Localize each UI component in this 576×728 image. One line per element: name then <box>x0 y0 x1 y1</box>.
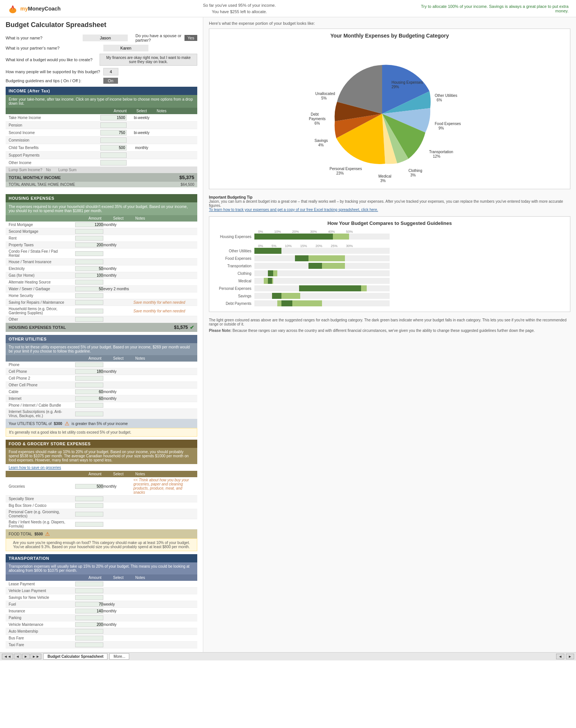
bar-row-clothing: Clothing <box>213 270 566 276</box>
list-item: Other Income <box>6 159 197 167</box>
housing-total-row: HOUSING EXPENSES TOTAL $1,575 ✔ <box>6 323 197 332</box>
house-insurance-input[interactable] <box>75 259 103 264</box>
people-input[interactable] <box>103 68 118 75</box>
bundle-input[interactable] <box>75 403 103 408</box>
list-item: Second Mortgage <box>6 228 197 235</box>
list-item: Other Cell Phone <box>6 382 197 389</box>
water-input[interactable] <box>75 286 103 291</box>
household-items-input[interactable] <box>75 309 103 314</box>
baby-needs-input[interactable] <box>75 522 103 527</box>
repairs-input[interactable] <box>75 300 103 305</box>
spouse-question: Do you have a spouse or partner? <box>135 33 181 42</box>
food-section-header: FOOD & GROCERY STORE EXPENSES <box>6 440 197 448</box>
bar-actual-medical <box>268 278 272 284</box>
internet-input[interactable] <box>75 396 103 401</box>
pie-chart-box: Your Monthly Expenses by Budgeting Categ… <box>209 29 570 189</box>
insurance-input[interactable] <box>75 609 103 613</box>
tip-box: Important Budgeting Tip Jason, you can t… <box>209 195 570 212</box>
cell-phone-input[interactable] <box>75 369 103 374</box>
savings-vehicle-input[interactable] <box>75 595 103 600</box>
taxi-fare-input[interactable] <box>75 642 103 647</box>
guidelines-toggle[interactable]: On <box>103 78 118 84</box>
housing-col-headers: Amount Select Notes <box>6 215 197 222</box>
bar-actual-housing <box>254 234 333 240</box>
bar-row-personal: Personal Expenses <box>213 285 566 291</box>
partner-name-input[interactable] <box>103 45 148 51</box>
second-mortgage-input[interactable] <box>75 229 103 234</box>
other-cell-input[interactable] <box>75 383 103 387</box>
alt-heat-input[interactable] <box>75 280 103 285</box>
list-item: Parking <box>6 615 197 621</box>
tab-more[interactable]: More... <box>109 653 129 660</box>
tab-scroll-left[interactable]: ◄ <box>556 654 564 659</box>
phone-input[interactable] <box>75 362 103 367</box>
vehicle-loan-input[interactable] <box>75 588 103 593</box>
cell-phone2-input[interactable] <box>75 376 103 381</box>
pie-label-food: Food Expenses <box>435 122 461 126</box>
pie-label-housing: Housing Expenses <box>392 80 423 84</box>
spouse-yes-button[interactable]: Yes <box>184 35 197 41</box>
tab-budget-spreadsheet[interactable]: Budget Calculator Spreadsheet <box>43 653 107 660</box>
commission-input[interactable] <box>100 137 127 143</box>
lump-sum-row: Lump Sum Income? No Lump Sum <box>6 167 197 173</box>
pie-label-food-pct: 9% <box>438 126 444 130</box>
guidelines-row: Budgeting guidelines and tips ( On / Off… <box>6 78 197 84</box>
pension-input[interactable] <box>100 122 127 128</box>
bus-fare-input[interactable] <box>75 636 103 641</box>
list-item: Specialty Store <box>6 496 197 502</box>
fuel-input[interactable] <box>75 602 103 607</box>
pie-label-clothing-pct: 3% <box>410 173 416 177</box>
rent-input[interactable] <box>75 236 103 241</box>
subscriptions-input[interactable] <box>75 411 103 416</box>
specialty-store-input[interactable] <box>75 496 103 501</box>
food-savings-link[interactable]: Learn how to save on groceries <box>9 466 61 470</box>
pie-label-personal-pct: 23% <box>336 171 344 175</box>
tab-nav-next[interactable]: ► <box>22 654 30 659</box>
vehicle-maintenance-input[interactable] <box>75 622 103 627</box>
income-annual-row: TOTAL ANNUAL TAKE HOME INCOME $64,500 <box>6 182 197 187</box>
auto-membership-input[interactable] <box>75 629 103 634</box>
personal-care-input[interactable] <box>75 512 103 517</box>
list-item: Condo Fee / Strata Fee / Pad Rental <box>6 249 197 259</box>
your-name-input[interactable] <box>83 35 128 41</box>
pie-label-unalloc-pct: 5% <box>321 96 327 100</box>
utilities-section-header: OTHER UTILITIES <box>6 335 197 343</box>
list-item: Phone / Internet / Cable Bundle <box>6 402 197 409</box>
take-home-income-input[interactable] <box>100 115 127 121</box>
first-mortgage-input[interactable] <box>75 222 103 227</box>
lease-input[interactable] <box>75 582 103 586</box>
utilities-rows: Phone Cell Phone monthly Cell Phone 2 Ot… <box>6 362 197 419</box>
list-item: Vehicle Loan Payment <box>6 588 197 594</box>
pie-label-medical-pct: 3% <box>380 179 386 183</box>
bar-label-personal: Personal Expenses <box>213 286 254 291</box>
groceries-input[interactable] <box>75 484 103 489</box>
transport-section-header: TRANSPORTATION <box>6 554 197 562</box>
income-col-select: Select <box>127 109 157 113</box>
home-security-input[interactable] <box>75 293 103 298</box>
tip-link[interactable]: To learn how to track your expenses and … <box>209 208 378 212</box>
tab-nav-first[interactable]: ◄◄ <box>2 654 13 659</box>
cable-input[interactable] <box>75 389 103 394</box>
condo-fee-input[interactable] <box>75 251 103 256</box>
right-panel: Here's what the expense portion of your … <box>203 17 576 652</box>
child-tax-input[interactable] <box>100 145 127 151</box>
tab-nav[interactable]: ◄◄ ◄ ► ►► <box>2 654 41 659</box>
housing-check-icon: ✔ <box>190 324 194 330</box>
other-income-input[interactable] <box>100 160 127 166</box>
electricity-input[interactable] <box>75 266 103 271</box>
bar-row-medical: Medical <box>213 278 566 284</box>
support-payments-input[interactable] <box>100 152 127 158</box>
bar-track-debt <box>254 300 390 306</box>
parking-input[interactable] <box>75 615 103 620</box>
big-box-input[interactable] <box>75 503 103 508</box>
tab-scroll-right[interactable]: ► <box>566 654 574 659</box>
second-income-input[interactable] <box>100 130 127 136</box>
food-total-label: FOOD TOTAL <box>9 532 32 536</box>
list-item: Auto Membership <box>6 628 197 635</box>
housing-other-input[interactable] <box>75 317 103 322</box>
tab-nav-last[interactable]: ►► <box>30 654 42 659</box>
property-taxes-input[interactable] <box>75 243 103 247</box>
bar-note1: The light green coloured areas above are… <box>209 318 570 326</box>
gas-input[interactable] <box>75 273 103 278</box>
tab-nav-prev[interactable]: ◄ <box>14 654 21 659</box>
